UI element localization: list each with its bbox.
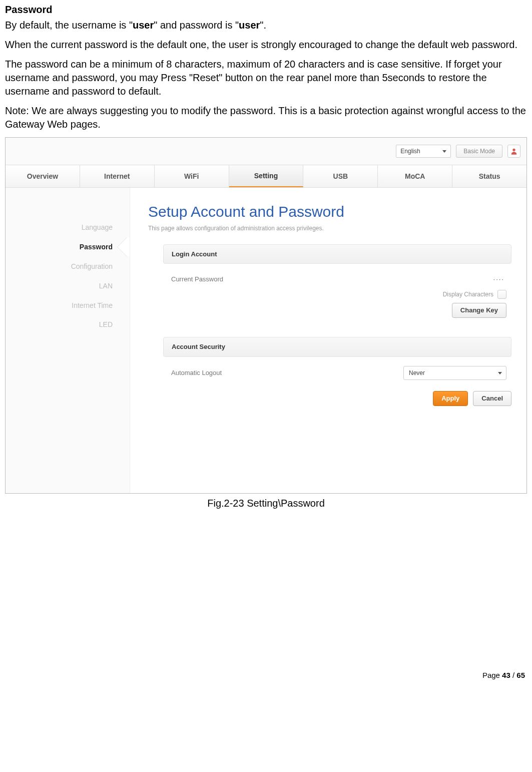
sidebar-item-label: Internet Time: [72, 301, 113, 309]
tab-setting[interactable]: Setting: [229, 165, 304, 187]
p1c: " and password is ": [154, 20, 239, 31]
main-panel: Setup Account and Password This page all…: [130, 188, 526, 493]
automatic-logout-label: Automatic Logout: [171, 368, 222, 377]
footer-prefix: Page: [482, 671, 502, 679]
language-select-value: English: [400, 147, 420, 155]
sidebar-item-internet-time[interactable]: Internet Time: [6, 296, 130, 315]
p1a: By default, the username is ": [5, 20, 133, 31]
sidebar-item-label: Language: [82, 223, 113, 231]
mode-toggle-button[interactable]: Basic Mode: [456, 145, 502, 158]
tab-label: Status: [479, 172, 500, 181]
automatic-logout-select[interactable]: Never: [403, 366, 506, 380]
current-password-value: ····: [493, 275, 506, 284]
sidebar-item-label: Configuration: [71, 262, 113, 270]
p1-user1: user: [133, 20, 154, 31]
tab-internet[interactable]: Internet: [80, 165, 155, 187]
top-tabs: Overview Internet WiFi Setting USB MoCA …: [6, 165, 526, 188]
tab-overview[interactable]: Overview: [6, 165, 80, 187]
page-footer: Page 43 / 65: [5, 670, 527, 680]
footer-page-current: 43: [502, 671, 510, 679]
current-password-label: Current Password: [171, 275, 223, 284]
display-characters-toggle[interactable]: Display Characters: [443, 290, 506, 299]
settings-sidebar: Language Password Configuration LAN Inte…: [6, 188, 130, 493]
sidebar-item-label: Password: [80, 243, 113, 251]
section-login-account: Login Account Current Password ···· Disp…: [163, 244, 511, 320]
page-subtitle: This page allows configuration of admini…: [148, 224, 511, 232]
sidebar-item-password[interactable]: Password: [6, 237, 130, 257]
user-icon: [510, 147, 518, 155]
tab-label: WiFi: [184, 172, 199, 181]
tab-wifi[interactable]: WiFi: [155, 165, 229, 187]
tab-label: Overview: [27, 172, 58, 181]
tab-status[interactable]: Status: [452, 165, 526, 187]
section-head-login-account: Login Account: [163, 244, 511, 264]
top-toolbar: English Basic Mode: [6, 138, 526, 165]
heading-password: Password: [5, 3, 527, 17]
row-current-password: Current Password ····: [163, 271, 511, 288]
cancel-label: Cancel: [481, 394, 503, 403]
paragraph-2: When the current password is the default…: [5, 38, 527, 52]
tab-label: Setting: [254, 171, 278, 181]
sidebar-item-led[interactable]: LED: [6, 315, 130, 334]
tab-label: USB: [333, 172, 348, 181]
footer-sep: /: [510, 671, 517, 679]
figure-caption: Fig.2-23 Setting\Password: [5, 497, 527, 510]
sidebar-item-configuration[interactable]: Configuration: [6, 257, 130, 276]
user-account-icon[interactable]: [507, 145, 520, 158]
page-title: Setup Account and Password: [148, 202, 511, 222]
p1-user2: user: [239, 20, 260, 31]
tab-label: MoCA: [405, 172, 425, 181]
p1e: ".: [260, 20, 266, 31]
change-key-button[interactable]: Change Key: [452, 303, 506, 318]
sidebar-item-label: LAN: [99, 282, 113, 290]
change-key-label: Change Key: [460, 306, 498, 315]
apply-button[interactable]: Apply: [433, 391, 468, 406]
row-automatic-logout: Automatic Logout Never: [163, 364, 511, 382]
section-head-account-security: Account Security: [163, 337, 511, 357]
tab-moca[interactable]: MoCA: [378, 165, 452, 187]
sidebar-item-label: LED: [99, 320, 113, 328]
cancel-button[interactable]: Cancel: [473, 391, 511, 406]
screenshot-setting-password: English Basic Mode Overview Internet WiF…: [5, 137, 527, 494]
paragraph-1: By default, the username is "user" and p…: [5, 19, 527, 32]
apply-label: Apply: [441, 394, 459, 403]
mode-toggle-label: Basic Mode: [463, 147, 495, 155]
paragraph-3: The password can be a minimum of 8 chara…: [5, 58, 527, 98]
sidebar-item-lan[interactable]: LAN: [6, 276, 130, 296]
display-characters-label: Display Characters: [443, 290, 493, 298]
svg-point-0: [512, 149, 515, 151]
tab-usb[interactable]: USB: [303, 165, 378, 187]
row-password-options: Display Characters Change Key: [163, 288, 511, 320]
section-account-security: Account Security Automatic Logout Never: [163, 337, 511, 382]
paragraph-4: Note: We are always suggesting you to mo…: [5, 104, 527, 131]
form-actions: Apply Cancel: [163, 391, 511, 406]
sidebar-item-language[interactable]: Language: [6, 218, 130, 237]
footer-page-total: 65: [516, 671, 525, 679]
language-select[interactable]: English: [396, 145, 451, 158]
checkbox-icon: [497, 290, 506, 299]
automatic-logout-value: Never: [409, 369, 425, 377]
tab-label: Internet: [104, 172, 130, 181]
